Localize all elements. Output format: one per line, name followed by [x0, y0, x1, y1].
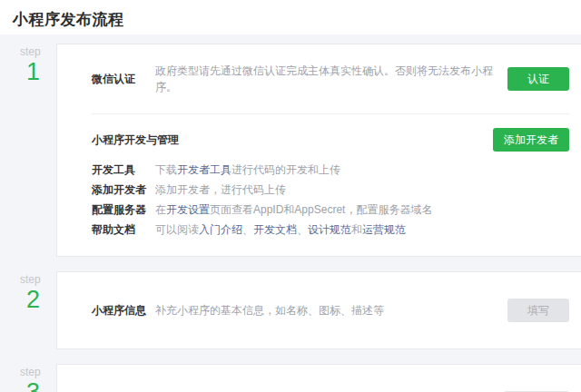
add-developer-label: 添加开发者 — [92, 181, 155, 198]
dev-settings-link[interactable]: 开发设置 — [166, 203, 210, 216]
desc-text: 、 — [242, 223, 253, 236]
step-word: step — [20, 366, 56, 378]
step-2-row: step 2 小程序信息 补充小程序的基本信息，如名称、图标、描述等 填写 — [0, 271, 581, 349]
intro-link[interactable]: 入门介绍 — [199, 223, 242, 236]
operation-guide-link[interactable]: 运营规范 — [362, 223, 406, 236]
step-2-gutter: step 2 — [0, 271, 56, 349]
desc-text: 、 — [297, 223, 308, 236]
help-docs-desc: 可以阅读入门介绍、开发文档、设计规范和运营规范 — [155, 221, 569, 238]
step-2-panel: 小程序信息 补充小程序的基本信息，如名称、图标、描述等 填写 — [56, 271, 581, 349]
version-release-row: 版本发布 先提交代码，然后提交审核，审核通过后可发布 前往发布 — [57, 365, 581, 392]
dev-management-title: 小程序开发与管理 — [92, 132, 493, 148]
step-3-gutter: step 3 — [0, 364, 56, 392]
add-developer-row: 添加开发者 添加开发者，进行代码上传 — [57, 180, 581, 200]
desc-text: 可以阅读 — [155, 223, 199, 236]
dev-management-header-row: 小程序开发与管理 添加开发者 — [57, 114, 581, 160]
help-docs-label: 帮助文档 — [92, 221, 155, 238]
step-word: step — [20, 273, 56, 286]
desc-text: 下载 — [155, 163, 177, 176]
help-docs-row: 帮助文档 可以阅读入门介绍、开发文档、设计规范和运营规范 — [57, 220, 581, 240]
dev-tools-row: 开发工具 下载开发者工具进行代码的开发和上传 — [57, 160, 581, 180]
dev-tools-label: 开发工具 — [92, 162, 155, 178]
step-1-row: step 1 微信认证 政府类型请先通过微信认证完成主体真实性确认。否则将无法发… — [0, 44, 581, 257]
design-guide-link[interactable]: 设计规范 — [308, 223, 351, 236]
desc-text: 在 — [155, 203, 166, 216]
release-flow-content: step 1 微信认证 政府类型请先通过微信认证完成主体真实性确认。否则将无法发… — [0, 34, 581, 392]
step-1-panel: 微信认证 政府类型请先通过微信认证完成主体真实性确认。否则将无法发布小程序。 认… — [56, 44, 581, 257]
wechat-verify-row: 微信认证 政府类型请先通过微信认证完成主体真实性确认。否则将无法发布小程序。 认… — [57, 44, 581, 113]
dev-tools-desc: 下载开发者工具进行代码的开发和上传 — [155, 162, 569, 178]
step-3-panel: 版本发布 先提交代码，然后提交审核，审核通过后可发布 前往发布 — [56, 364, 581, 392]
fill-info-button[interactable]: 填写 — [507, 299, 569, 322]
miniprogram-info-row: 小程序信息 补充小程序的基本信息，如名称、图标、描述等 填写 — [57, 272, 581, 348]
desc-text: 页面查看AppID和AppSecret，配置服务器域名 — [210, 203, 432, 216]
devtools-link[interactable]: 开发者工具 — [177, 163, 231, 176]
step-2-number: 2 — [20, 286, 56, 313]
step-1-number: 1 — [20, 58, 56, 85]
step-3-row: step 3 版本发布 先提交代码，然后提交审核，审核通过后可发布 前往发布 — [0, 364, 581, 392]
configure-server-label: 配置服务器 — [92, 201, 155, 218]
add-developer-desc: 添加开发者，进行代码上传 — [155, 181, 569, 198]
desc-text: 进行代码的开发和上传 — [231, 163, 340, 176]
wechat-verify-label: 微信认证 — [92, 71, 155, 87]
wechat-verify-desc: 政府类型请先通过微信认证完成主体真实性确认。否则将无法发布小程序。 — [155, 63, 507, 95]
desc-text: 添加开发者，进行代码上传 — [155, 183, 286, 196]
page-title: 小程序发布流程 — [0, 0, 581, 34]
verify-button[interactable]: 认证 — [507, 67, 569, 91]
add-developer-button[interactable]: 添加开发者 — [493, 128, 569, 152]
configure-server-row: 配置服务器 在开发设置页面查看AppID和AppSecret，配置服务器域名 — [57, 200, 581, 220]
dev-docs-link[interactable]: 开发文档 — [253, 223, 297, 236]
step-1-gutter: step 1 — [0, 44, 56, 257]
step-word: step — [20, 45, 56, 58]
configure-server-desc: 在开发设置页面查看AppID和AppSecret，配置服务器域名 — [155, 201, 569, 218]
miniprogram-info-desc: 补充小程序的基本信息，如名称、图标、描述等 — [155, 302, 507, 318]
desc-text: 和 — [351, 223, 362, 236]
step-3-number: 3 — [20, 378, 56, 392]
miniprogram-info-label: 小程序信息 — [92, 302, 155, 318]
